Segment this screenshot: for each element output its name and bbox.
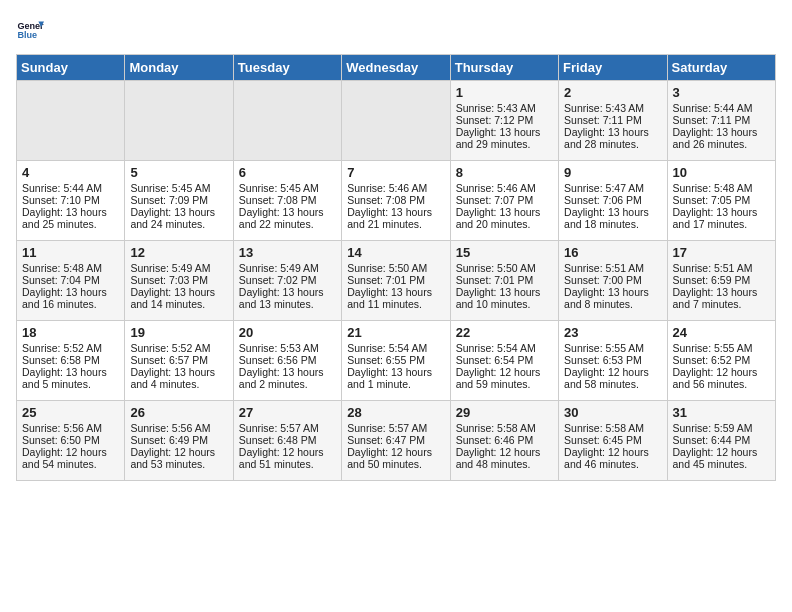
day-number: 6 <box>239 165 336 180</box>
cell-detail: Daylight: 12 hours <box>456 366 553 378</box>
cell-detail: and 10 minutes. <box>456 298 553 310</box>
cell-detail: Sunrise: 5:50 AM <box>456 262 553 274</box>
cell-detail: Sunset: 6:44 PM <box>673 434 770 446</box>
cell-detail: Daylight: 13 hours <box>239 206 336 218</box>
cell-detail: Sunrise: 5:56 AM <box>130 422 227 434</box>
cell-detail: Sunrise: 5:59 AM <box>673 422 770 434</box>
calendar-cell: 14Sunrise: 5:50 AMSunset: 7:01 PMDayligh… <box>342 241 450 321</box>
weekday-header-sunday: Sunday <box>17 55 125 81</box>
calendar-cell: 4Sunrise: 5:44 AMSunset: 7:10 PMDaylight… <box>17 161 125 241</box>
calendar-cell: 29Sunrise: 5:58 AMSunset: 6:46 PMDayligh… <box>450 401 558 481</box>
cell-detail: Sunrise: 5:57 AM <box>239 422 336 434</box>
cell-detail: Sunset: 6:47 PM <box>347 434 444 446</box>
calendar-cell: 8Sunrise: 5:46 AMSunset: 7:07 PMDaylight… <box>450 161 558 241</box>
cell-detail: and 59 minutes. <box>456 378 553 390</box>
cell-detail: Daylight: 13 hours <box>564 206 661 218</box>
cell-detail: Daylight: 12 hours <box>347 446 444 458</box>
cell-detail: Sunset: 7:06 PM <box>564 194 661 206</box>
day-number: 4 <box>22 165 119 180</box>
day-number: 9 <box>564 165 661 180</box>
day-number: 14 <box>347 245 444 260</box>
cell-detail: Sunrise: 5:53 AM <box>239 342 336 354</box>
cell-detail: and 2 minutes. <box>239 378 336 390</box>
weekday-header-friday: Friday <box>559 55 667 81</box>
cell-detail: Sunset: 7:09 PM <box>130 194 227 206</box>
weekday-header-saturday: Saturday <box>667 55 775 81</box>
calendar-cell <box>233 81 341 161</box>
day-number: 8 <box>456 165 553 180</box>
calendar-cell: 22Sunrise: 5:54 AMSunset: 6:54 PMDayligh… <box>450 321 558 401</box>
cell-detail: Sunrise: 5:58 AM <box>456 422 553 434</box>
calendar-cell: 26Sunrise: 5:56 AMSunset: 6:49 PMDayligh… <box>125 401 233 481</box>
cell-detail: and 26 minutes. <box>673 138 770 150</box>
calendar-cell: 10Sunrise: 5:48 AMSunset: 7:05 PMDayligh… <box>667 161 775 241</box>
cell-detail: Sunset: 7:08 PM <box>347 194 444 206</box>
day-number: 22 <box>456 325 553 340</box>
day-number: 17 <box>673 245 770 260</box>
cell-detail: Sunrise: 5:48 AM <box>22 262 119 274</box>
cell-detail: Sunrise: 5:44 AM <box>673 102 770 114</box>
calendar-cell: 25Sunrise: 5:56 AMSunset: 6:50 PMDayligh… <box>17 401 125 481</box>
calendar-cell: 9Sunrise: 5:47 AMSunset: 7:06 PMDaylight… <box>559 161 667 241</box>
cell-detail: and 50 minutes. <box>347 458 444 470</box>
cell-detail: Daylight: 12 hours <box>130 446 227 458</box>
cell-detail: Sunrise: 5:54 AM <box>456 342 553 354</box>
calendar-cell: 12Sunrise: 5:49 AMSunset: 7:03 PMDayligh… <box>125 241 233 321</box>
cell-detail: Sunset: 7:02 PM <box>239 274 336 286</box>
cell-detail: Sunset: 6:49 PM <box>130 434 227 446</box>
week-row-2: 4Sunrise: 5:44 AMSunset: 7:10 PMDaylight… <box>17 161 776 241</box>
cell-detail: Daylight: 12 hours <box>456 446 553 458</box>
cell-detail: Daylight: 12 hours <box>673 446 770 458</box>
cell-detail: Sunrise: 5:51 AM <box>673 262 770 274</box>
cell-detail: Sunrise: 5:58 AM <box>564 422 661 434</box>
cell-detail: Daylight: 13 hours <box>673 206 770 218</box>
cell-detail: Sunset: 7:05 PM <box>673 194 770 206</box>
cell-detail: Sunrise: 5:57 AM <box>347 422 444 434</box>
weekday-header-wednesday: Wednesday <box>342 55 450 81</box>
cell-detail: and 48 minutes. <box>456 458 553 470</box>
day-number: 21 <box>347 325 444 340</box>
cell-detail: Daylight: 13 hours <box>130 286 227 298</box>
cell-detail: Sunset: 6:58 PM <box>22 354 119 366</box>
cell-detail: and 45 minutes. <box>673 458 770 470</box>
day-number: 5 <box>130 165 227 180</box>
cell-detail: and 29 minutes. <box>456 138 553 150</box>
calendar-cell: 6Sunrise: 5:45 AMSunset: 7:08 PMDaylight… <box>233 161 341 241</box>
day-number: 23 <box>564 325 661 340</box>
cell-detail: Sunrise: 5:52 AM <box>22 342 119 354</box>
calendar-cell: 13Sunrise: 5:49 AMSunset: 7:02 PMDayligh… <box>233 241 341 321</box>
cell-detail: Daylight: 13 hours <box>130 366 227 378</box>
cell-detail: Sunrise: 5:51 AM <box>564 262 661 274</box>
cell-detail: Sunrise: 5:48 AM <box>673 182 770 194</box>
cell-detail: and 4 minutes. <box>130 378 227 390</box>
cell-detail: Sunrise: 5:44 AM <box>22 182 119 194</box>
cell-detail: Sunrise: 5:49 AM <box>239 262 336 274</box>
cell-detail: and 14 minutes. <box>130 298 227 310</box>
calendar-cell: 20Sunrise: 5:53 AMSunset: 6:56 PMDayligh… <box>233 321 341 401</box>
cell-detail: and 54 minutes. <box>22 458 119 470</box>
cell-detail: Daylight: 12 hours <box>564 446 661 458</box>
calendar-cell <box>17 81 125 161</box>
page-header: General Blue <box>16 16 776 44</box>
calendar-cell: 24Sunrise: 5:55 AMSunset: 6:52 PMDayligh… <box>667 321 775 401</box>
cell-detail: and 58 minutes. <box>564 378 661 390</box>
calendar-cell: 19Sunrise: 5:52 AMSunset: 6:57 PMDayligh… <box>125 321 233 401</box>
cell-detail: and 18 minutes. <box>564 218 661 230</box>
cell-detail: Daylight: 12 hours <box>239 446 336 458</box>
logo: General Blue <box>16 16 44 44</box>
cell-detail: Sunset: 7:12 PM <box>456 114 553 126</box>
cell-detail: and 1 minute. <box>347 378 444 390</box>
calendar-cell: 30Sunrise: 5:58 AMSunset: 6:45 PMDayligh… <box>559 401 667 481</box>
calendar-cell: 1Sunrise: 5:43 AMSunset: 7:12 PMDaylight… <box>450 81 558 161</box>
cell-detail: and 28 minutes. <box>564 138 661 150</box>
cell-detail: and 53 minutes. <box>130 458 227 470</box>
day-number: 30 <box>564 405 661 420</box>
cell-detail: Daylight: 13 hours <box>347 206 444 218</box>
cell-detail: Daylight: 13 hours <box>673 286 770 298</box>
cell-detail: Sunset: 7:04 PM <box>22 274 119 286</box>
weekday-header-monday: Monday <box>125 55 233 81</box>
cell-detail: Daylight: 13 hours <box>673 126 770 138</box>
cell-detail: Daylight: 13 hours <box>456 206 553 218</box>
week-row-1: 1Sunrise: 5:43 AMSunset: 7:12 PMDaylight… <box>17 81 776 161</box>
cell-detail: and 11 minutes. <box>347 298 444 310</box>
